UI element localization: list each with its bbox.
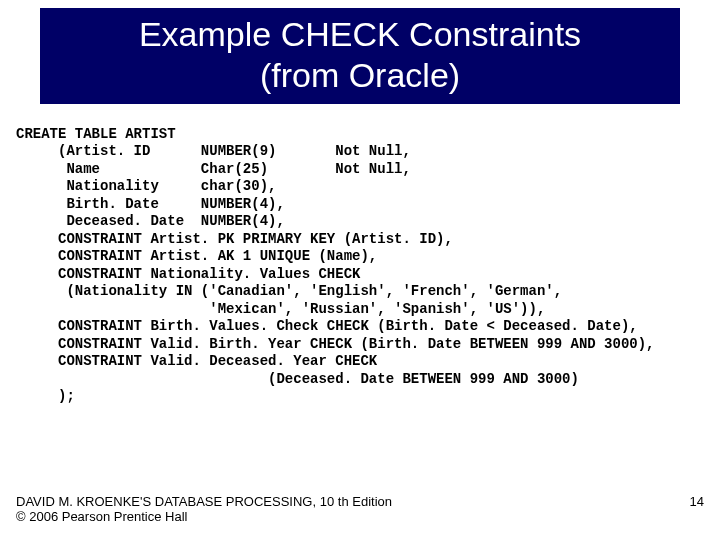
title-line-1: Example CHECK Constraints <box>139 15 581 53</box>
footer-credit-line2: © 2006 Pearson Prentice Hall <box>16 509 392 524</box>
sql-code-block: CREATE TABLE ARTIST (Artist. ID NUMBER(9… <box>16 126 720 406</box>
slide-title: Example CHECK Constraints (from Oracle) <box>40 8 680 104</box>
page-number: 14 <box>690 494 704 509</box>
footer-credit-line1: DAVID M. KROENKE'S DATABASE PROCESSING, … <box>16 494 392 509</box>
slide-footer: DAVID M. KROENKE'S DATABASE PROCESSING, … <box>16 494 704 524</box>
title-line-2: (from Oracle) <box>260 56 460 94</box>
